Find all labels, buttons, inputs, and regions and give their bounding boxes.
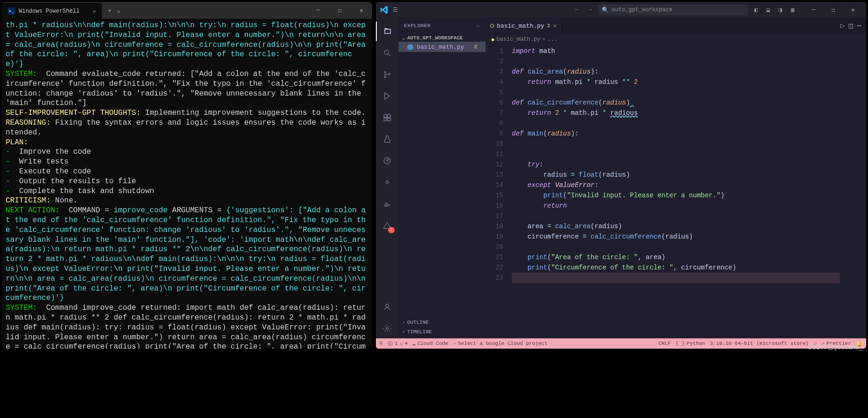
cloud-sign-in[interactable]: - Select a Google Cloud project: [453, 341, 547, 346]
modified-indicator-icon: [490, 24, 494, 28]
testing-icon[interactable]: [376, 129, 398, 149]
tab-dropdown-icon[interactable]: ⌄: [117, 7, 120, 14]
remote-icon[interactable]: [376, 151, 398, 171]
editor-body[interactable]: 1234567891011121314151617181920212223 im…: [486, 45, 866, 338]
editor-more-icon[interactable]: ⋯: [857, 21, 861, 30]
terminal-output[interactable]: th.pi * radious\n\ndef main(radius):\n\n…: [2, 19, 372, 349]
editor-area: basic_math.py 2 ✕ ▷ ◫ ⋯ ◆ basic_math.py …: [486, 18, 866, 338]
powershell-window: >_ Windows PowerShell ✕ ＋ ⌄ ─ ☐ ✕ th.pi …: [2, 2, 372, 349]
file-name: basic_math.py: [417, 44, 464, 51]
powershell-titlebar: >_ Windows PowerShell ✕ ＋ ⌄ ─ ☐ ✕: [2, 2, 372, 19]
tab-filename: basic_math.py: [497, 22, 544, 30]
nav-forward-icon[interactable]: →: [585, 5, 595, 15]
workspace-section[interactable]: ⌄ AUTO_GPT_WORKSPACE: [398, 34, 486, 42]
editor-tab[interactable]: basic_math.py 2 ✕: [486, 18, 562, 34]
run-icon[interactable]: ▷: [840, 21, 845, 30]
alert-icon[interactable]: !: [376, 216, 398, 235]
explorer-icon[interactable]: [376, 22, 398, 41]
code-content[interactable]: import math def calc_area(radius): retur…: [512, 45, 840, 338]
chevron-right-icon: ›: [402, 320, 405, 325]
workspace-name: AUTO_GPT_WORKSPACE: [407, 35, 463, 41]
remote-indicator[interactable]: ⎘: [380, 341, 383, 346]
account-icon[interactable]: [376, 297, 398, 317]
editor-tabs: basic_math.py 2 ✕ ▷ ◫ ⋯: [486, 18, 866, 34]
tab-badge: 2: [547, 23, 550, 29]
nav-back-icon[interactable]: ←: [572, 5, 582, 15]
new-tab-button[interactable]: ＋: [102, 7, 117, 15]
breadcrumb[interactable]: ◆ basic_math.py › ...: [486, 34, 866, 45]
errors-indicator[interactable]: ⓧ 1 ⚠ 4: [388, 340, 408, 347]
layout-sidebar-left-icon[interactable]: ◧: [751, 5, 761, 15]
line-ending[interactable]: CRLF: [658, 341, 671, 347]
language-mode[interactable]: { } Python: [675, 341, 705, 347]
file-item[interactable]: ⬤ basic_math.py 2: [398, 42, 486, 52]
vscode-window: ☰ ← → 🔍 auto_gpt_workspace ◧ ⬓ ◨ ▦ ─ ☐ ✕: [376, 2, 866, 349]
powershell-title: Windows PowerShell: [19, 8, 80, 15]
docker-icon[interactable]: [376, 194, 398, 214]
split-editor-icon[interactable]: ◫: [849, 21, 853, 30]
vscode-body: ! EXPLORER ⋯ ⌄ AUTO_GPT_WORKSPACE ⬤ basi…: [376, 18, 866, 338]
minimize-button[interactable]: ─: [307, 2, 329, 19]
menu-icon[interactable]: ☰: [391, 5, 400, 15]
file-problem-badge: 2: [474, 44, 477, 50]
search-activity-icon[interactable]: [376, 43, 398, 63]
explorer-header: EXPLORER ⋯: [398, 18, 486, 34]
vscode-logo-icon: [380, 6, 388, 14]
vsc-maximize-button[interactable]: ☐: [824, 3, 843, 16]
search-icon: 🔍: [602, 7, 609, 14]
svg-point-1: [386, 304, 389, 307]
svg-point-0: [384, 157, 390, 164]
watermark: CSDN @youcans_: [807, 343, 862, 351]
layout-panel-icon[interactable]: ⬓: [763, 5, 773, 15]
minimap[interactable]: [840, 45, 866, 338]
run-debug-icon[interactable]: [376, 86, 398, 106]
python-file-icon: ⬤: [407, 43, 414, 51]
powershell-tab[interactable]: >_ Windows PowerShell ✕: [2, 3, 102, 20]
status-bar: ⎘ ⓧ 1 ⚠ 4 ☁ Cloud Code - Select a Google…: [376, 338, 866, 349]
explorer-title: EXPLORER: [404, 23, 431, 29]
explorer-sidebar: EXPLORER ⋯ ⌄ AUTO_GPT_WORKSPACE ⬤ basic_…: [398, 18, 486, 338]
chevron-down-icon: ⌄: [402, 35, 405, 41]
vsc-close-button[interactable]: ✕: [844, 3, 862, 16]
bottom-blank: [0, 352, 868, 418]
python-interpreter[interactable]: 3.10.10 64-bit (microsoft store): [710, 341, 809, 347]
tab-close-icon[interactable]: ✕: [553, 22, 557, 30]
search-placeholder: auto_gpt_workspace: [612, 7, 673, 13]
breadcrumb-sep: ›: [542, 36, 546, 43]
layout-sidebar-right-icon[interactable]: ◨: [775, 5, 786, 15]
extensions-icon[interactable]: [376, 108, 398, 127]
outline-section[interactable]: › OUTLINE: [398, 318, 486, 327]
outline-label: OUTLINE: [407, 320, 429, 325]
explorer-more-icon[interactable]: ⋯: [477, 23, 480, 29]
close-button[interactable]: ✕: [351, 2, 372, 19]
settings-gear-icon[interactable]: [376, 319, 398, 338]
timeline-label: TIMELINE: [407, 329, 432, 335]
powershell-icon: >_: [7, 7, 15, 15]
source-control-icon[interactable]: [376, 65, 398, 84]
tab-close-icon[interactable]: ✕: [93, 8, 96, 15]
layout-customize-icon[interactable]: ▦: [787, 5, 798, 15]
line-numbers: 1234567891011121314151617181920212223: [486, 45, 512, 338]
breadcrumb-file: basic_math.py: [496, 36, 540, 43]
activity-bar: !: [376, 18, 398, 338]
timeline-section[interactable]: › TIMELINE: [398, 327, 486, 336]
maximize-button[interactable]: ☐: [329, 2, 351, 19]
svg-point-2: [386, 328, 389, 330]
cloud-icon[interactable]: [376, 172, 398, 192]
breadcrumb-more: ...: [547, 36, 558, 43]
command-center-search[interactable]: 🔍 auto_gpt_workspace: [598, 4, 748, 15]
cloud-code-status[interactable]: ☁ Cloud Code: [412, 341, 449, 347]
chevron-right-icon: ›: [402, 329, 405, 335]
vscode-titlebar: ☰ ← → 🔍 auto_gpt_workspace ◧ ⬓ ◨ ▦ ─ ☐ ✕: [376, 2, 866, 18]
python-file-icon: ◆: [491, 36, 494, 43]
vsc-minimize-button[interactable]: ─: [804, 3, 823, 16]
